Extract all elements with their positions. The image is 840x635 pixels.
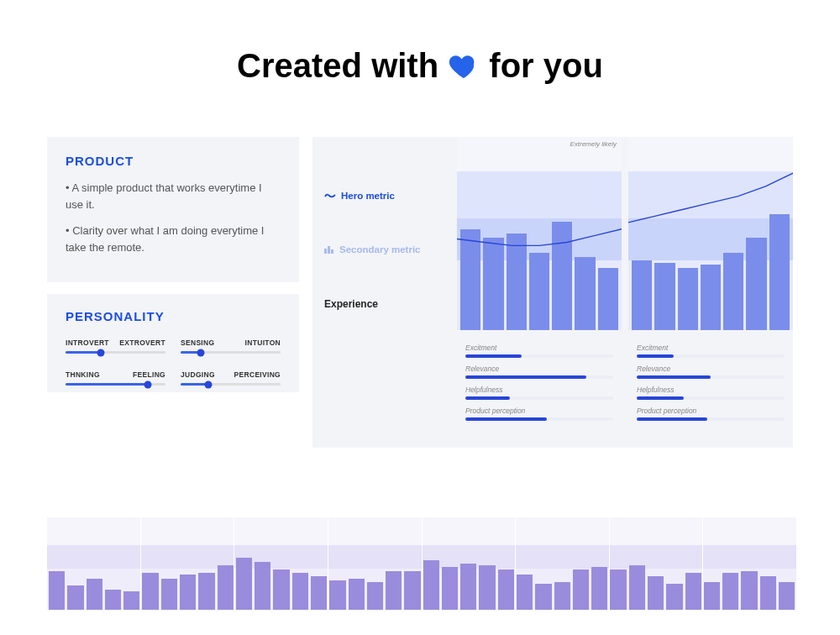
bar <box>507 234 527 330</box>
bars-row <box>632 137 790 330</box>
progress-fill <box>637 417 707 421</box>
personality-slider-3[interactable]: JUDGINGPERCEIVING <box>181 370 281 386</box>
bar <box>723 253 743 330</box>
slider-labels: THNKINGFEELING <box>66 370 165 379</box>
product-bullet-0: • A simple product that works everytime … <box>66 180 281 213</box>
bar <box>678 268 698 330</box>
progress-item: Excitment <box>465 344 613 358</box>
bar <box>292 573 308 610</box>
bar <box>49 571 65 610</box>
personality-card: PERSONALITY INTROVERTEXTROVERTSENSINGINT… <box>47 294 299 392</box>
bar <box>460 564 476 610</box>
slider-track[interactable] <box>181 383 281 386</box>
progress-fill <box>465 354 522 358</box>
progress-item: Excitment <box>637 344 785 358</box>
experience-label: Experience <box>324 298 445 310</box>
bars-icon <box>324 245 334 254</box>
bar <box>423 560 439 610</box>
bar <box>575 257 595 330</box>
bar <box>367 582 383 610</box>
bar <box>479 565 495 610</box>
bars-row <box>460 137 618 330</box>
progress-label: Excitment <box>465 344 613 352</box>
slider-labels: SENSINGINTUITON <box>181 338 281 347</box>
bar <box>67 585 83 610</box>
progress-track <box>637 354 785 358</box>
left-column: PRODUCT • A simple product that works ev… <box>47 137 299 448</box>
progress-track <box>637 396 785 400</box>
bar <box>529 253 549 330</box>
slider-labels: INTROVERTEXTROVERT <box>66 338 165 347</box>
progress-item: Helpfulness <box>637 386 785 400</box>
svg-rect-1 <box>328 246 330 254</box>
slider-fill <box>66 351 101 354</box>
bar <box>535 584 551 610</box>
bar <box>654 263 675 331</box>
progress-fill <box>637 375 711 379</box>
bar <box>632 260 652 330</box>
bar <box>329 580 345 610</box>
progress-fill <box>465 396 510 400</box>
bar <box>598 268 618 330</box>
bar <box>779 582 795 610</box>
progress-label: Excitment <box>637 344 785 352</box>
bar <box>666 584 682 610</box>
progress-label: Product perception <box>465 407 613 415</box>
progress-item: Product perception <box>637 407 785 421</box>
personality-slider-1[interactable]: SENSINGINTUITON <box>181 338 281 354</box>
bar <box>123 591 139 610</box>
page-title: Created with for you <box>0 47 840 90</box>
product-heading: PRODUCT <box>66 154 281 168</box>
slider-thumb[interactable] <box>97 349 104 356</box>
slider-labels: JUDGINGPERCEIVING <box>181 370 281 379</box>
bar <box>404 571 420 610</box>
bar <box>236 558 252 610</box>
progress-track <box>465 396 613 400</box>
slider-thumb[interactable] <box>197 349 204 356</box>
bar <box>591 567 607 610</box>
bar <box>704 582 720 610</box>
personality-slider-0[interactable]: INTROVERTEXTROVERT <box>66 338 165 354</box>
svg-rect-2 <box>331 249 333 254</box>
progress-area: ExcitmentRelevanceHelpfulnessProduct per… <box>457 337 793 448</box>
slider-track[interactable] <box>66 351 165 354</box>
progress-panel-1: ExcitmentRelevanceHelpfulnessProduct per… <box>628 337 793 448</box>
bar <box>460 229 480 330</box>
bar <box>180 575 196 610</box>
progress-track <box>465 375 613 379</box>
bar <box>142 573 158 610</box>
bar <box>746 238 766 330</box>
bar <box>741 571 757 610</box>
personality-slider-2[interactable]: THNKINGFEELING <box>66 370 165 386</box>
bar <box>498 569 514 610</box>
bar <box>648 576 664 610</box>
bar <box>311 576 327 610</box>
personality-heading: PERSONALITY <box>66 309 281 323</box>
bar <box>554 582 570 610</box>
chart-area: Extremely likelyNeutralNot likely at all <box>457 137 793 330</box>
slider-track[interactable] <box>66 383 165 386</box>
bar <box>273 569 289 610</box>
bottom-chart <box>47 517 796 610</box>
slider-thumb[interactable] <box>144 380 151 388</box>
slider-track[interactable] <box>181 351 281 354</box>
bar <box>685 573 701 610</box>
product-bullet-1: • Clarity over what I am doing everytime… <box>66 223 281 255</box>
wave-icon <box>324 192 336 200</box>
hero-metric-legend[interactable]: Hero metric <box>324 191 445 201</box>
bar <box>769 214 790 330</box>
progress-fill <box>637 396 684 400</box>
bar <box>198 573 214 610</box>
slider-thumb[interactable] <box>205 380 213 388</box>
secondary-metric-legend[interactable]: Secondary metric <box>324 244 445 255</box>
progress-item: Relevance <box>465 365 613 379</box>
bar <box>105 590 121 610</box>
progress-label: Relevance <box>465 365 613 373</box>
progress-label: Relevance <box>637 365 785 373</box>
bar <box>629 565 645 610</box>
bar <box>722 573 738 610</box>
svg-rect-0 <box>324 249 327 254</box>
progress-label: Helpfulness <box>465 386 613 394</box>
progress-fill <box>465 417 547 421</box>
bar <box>701 265 721 330</box>
